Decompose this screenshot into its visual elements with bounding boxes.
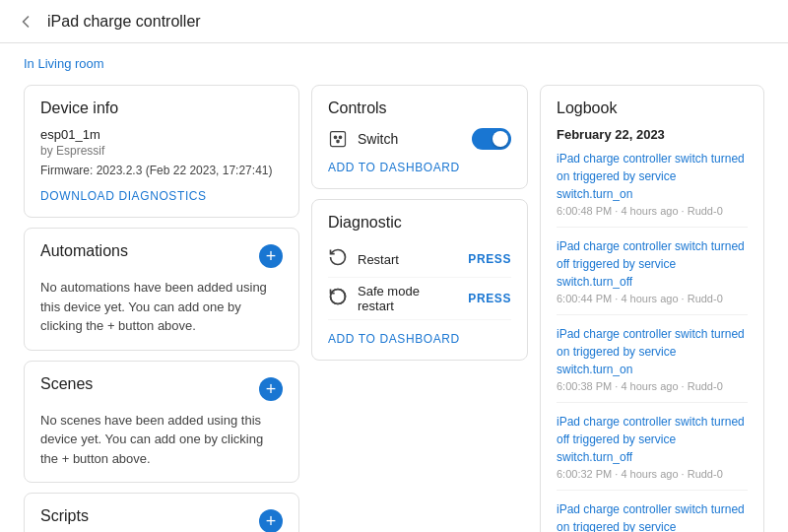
logbook-card: Logbook February 22, 2023 iPad charge co… bbox=[540, 85, 764, 532]
device-info-title: Device info bbox=[40, 100, 283, 117]
log-meta: 6:00:48 PM · 4 hours ago · Rudd-0 bbox=[557, 205, 748, 217]
add-scene-button[interactable]: + bbox=[259, 377, 283, 401]
scripts-header: Scripts + bbox=[40, 507, 283, 532]
safe-mode-row: Safe mode restart PRESS bbox=[328, 278, 511, 320]
scenes-empty: No scenes have been added using this dev… bbox=[40, 411, 283, 469]
restart-icon bbox=[328, 247, 348, 271]
download-diagnostics-button[interactable]: DOWNLOAD DIAGNOSTICS bbox=[40, 189, 207, 203]
logbook-date: February 22, 2023 bbox=[557, 127, 748, 142]
log-meta: 6:00:38 PM · 4 hours ago · Rudd-0 bbox=[557, 380, 748, 392]
content-area: In Living room Device info esp01_1m by E… bbox=[0, 43, 788, 532]
log-entry: iPad charge controller switch turned off… bbox=[557, 237, 748, 315]
scripts-card: Scripts + No scripts have been added usi… bbox=[24, 493, 299, 532]
svg-point-1 bbox=[334, 136, 337, 139]
automations-empty: No automations have been added using thi… bbox=[40, 278, 283, 336]
switch-toggle[interactable] bbox=[472, 128, 511, 150]
logbook-entries: iPad charge controller switch turned on … bbox=[557, 150, 748, 532]
switch-row: Switch bbox=[328, 127, 511, 151]
outlet-icon bbox=[328, 127, 348, 151]
log-entry: iPad charge controller switch turned on … bbox=[557, 325, 748, 403]
scripts-title: Scripts bbox=[40, 507, 89, 525]
left-column: Device info esp01_1m by Espressif Firmwa… bbox=[24, 85, 299, 532]
middle-column: Controls Switch ADD TO DASHBOARD bbox=[311, 85, 528, 361]
controls-card: Controls Switch ADD TO DASHBOARD bbox=[311, 85, 528, 189]
scenes-card: Scenes + No scenes have been added using… bbox=[24, 361, 299, 484]
safe-mode-label: Safe mode restart bbox=[358, 284, 458, 313]
device-info-card: Device info esp01_1m by Espressif Firmwa… bbox=[24, 85, 299, 218]
log-entry: iPad charge controller switch turned on … bbox=[557, 500, 748, 532]
log-entry: iPad charge controller switch turned on … bbox=[557, 150, 748, 228]
page-title: iPad charge controller bbox=[47, 13, 201, 31]
log-meta: 6:00:32 PM · 4 hours ago · Rudd-0 bbox=[557, 468, 748, 480]
diagnostic-card: Diagnostic Restart PRESS bbox=[311, 199, 528, 361]
main-grid: Device info esp01_1m by Espressif Firmwa… bbox=[24, 85, 764, 532]
device-by: by Espressif bbox=[40, 144, 283, 158]
add-automation-button[interactable]: + bbox=[259, 244, 283, 268]
svg-point-2 bbox=[339, 136, 342, 139]
restart-press-button[interactable]: PRESS bbox=[468, 252, 511, 266]
restart-label: Restart bbox=[358, 252, 458, 267]
diagnostic-title: Diagnostic bbox=[328, 214, 511, 232]
automations-card: Automations + No automations have been a… bbox=[24, 228, 299, 351]
firmware-info: Firmware: 2023.2.3 (Feb 22 2023, 17:27:4… bbox=[40, 164, 283, 177]
log-meta: 6:00:44 PM · 4 hours ago · Rudd-0 bbox=[557, 293, 748, 304]
log-text[interactable]: iPad charge controller switch turned on … bbox=[557, 325, 748, 378]
device-id: esp01_1m bbox=[40, 127, 283, 142]
restart-row: Restart PRESS bbox=[328, 241, 511, 278]
switch-label: Switch bbox=[358, 131, 462, 147]
svg-rect-0 bbox=[331, 132, 346, 147]
svg-rect-3 bbox=[336, 140, 339, 143]
scenes-title: Scenes bbox=[40, 375, 93, 393]
log-entry: iPad charge controller switch turned off… bbox=[557, 413, 748, 491]
scenes-header: Scenes + bbox=[40, 375, 283, 403]
logbook-title: Logbook bbox=[557, 100, 748, 117]
add-script-button[interactable]: + bbox=[259, 509, 283, 532]
controls-title: Controls bbox=[328, 100, 511, 117]
safe-mode-icon bbox=[328, 287, 348, 310]
automations-title: Automations bbox=[40, 242, 128, 260]
diagnostic-add-to-dashboard-button[interactable]: ADD TO DASHBOARD bbox=[328, 332, 460, 346]
log-text[interactable]: iPad charge controller switch turned on … bbox=[557, 500, 748, 532]
safe-mode-press-button[interactable]: PRESS bbox=[468, 292, 511, 305]
log-text[interactable]: iPad charge controller switch turned on … bbox=[557, 150, 748, 203]
location-link[interactable]: In Living room bbox=[24, 56, 104, 71]
controls-add-to-dashboard-button[interactable]: ADD TO DASHBOARD bbox=[328, 161, 460, 174]
log-text[interactable]: iPad charge controller switch turned off… bbox=[557, 237, 748, 291]
header: iPad charge controller bbox=[0, 0, 788, 43]
log-text[interactable]: iPad charge controller switch turned off… bbox=[557, 413, 748, 466]
back-button[interactable] bbox=[16, 12, 35, 32]
automations-header: Automations + bbox=[40, 242, 283, 270]
